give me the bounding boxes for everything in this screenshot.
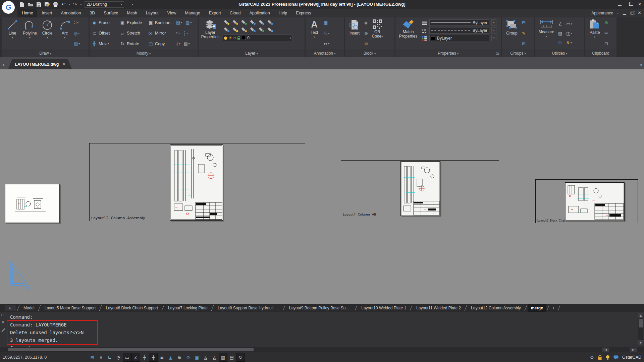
dimension-button[interactable]: ↔▾ <box>324 40 329 47</box>
otrack-toggle[interactable]: ╋ <box>149 353 158 362</box>
linetype-caret-icon[interactable]: ▾ <box>491 27 496 34</box>
layout-tab-layout10-welded-plate-1[interactable]: Layout10 Welded Plate 1 <box>358 304 410 312</box>
menu-tab-manage[interactable]: Manage <box>180 9 204 17</box>
properties-panel-label[interactable]: Properties ▾ ⇲ <box>395 50 501 57</box>
menu-tab-layout[interactable]: Layout <box>142 9 163 17</box>
bulb-icon[interactable] <box>606 355 610 360</box>
layer-tool-icon-2[interactable] <box>231 19 239 25</box>
drawing-canvas[interactable]: Layout12 Column Assembly <box>0 69 644 304</box>
annotation-panel-label[interactable]: Annotation ▾ <box>306 50 344 57</box>
line-button[interactable]: Line▾ <box>4 19 21 49</box>
annotation-monitor-toggle[interactable]: ◭ <box>166 353 175 362</box>
layer-tool-icon-12[interactable] <box>266 26 274 33</box>
layer-tool-icon-6[interactable] <box>266 19 274 25</box>
group-select-button[interactable]: ⊞ <box>522 40 526 47</box>
menu-tab-help[interactable]: Help <box>274 9 292 17</box>
copy-base-button[interactable]: ⊡ <box>604 40 608 47</box>
insert-button[interactable]: Insert <box>347 19 362 49</box>
document-tab-close-icon[interactable]: ✕ <box>62 62 66 67</box>
calculator-button[interactable]: ▤ <box>558 30 566 37</box>
layer-tool-icon-1[interactable] <box>223 19 230 25</box>
save-as-icon[interactable] <box>44 2 50 7</box>
ungroup-button[interactable]: ⊟ <box>522 19 526 26</box>
layer-tool-icon-4[interactable] <box>249 19 256 25</box>
menu-tab-express[interactable]: Express <box>291 9 315 17</box>
paste-button[interactable]: Paste▾ <box>587 19 602 49</box>
copy-mode-toggle[interactable]: ▣ <box>193 353 201 362</box>
utilities-panel-label[interactable]: Utilities ▾ <box>535 50 584 57</box>
fillet-button[interactable]: ◜▾ <box>176 30 180 37</box>
mirror-button[interactable]: ⋈Mirror <box>148 30 173 37</box>
command-close-icon[interactable]: × <box>1 319 5 325</box>
match-properties-button[interactable]: Match Properties <box>397 19 419 42</box>
attribute-define-button[interactable]: ◈ <box>364 19 368 26</box>
color-caret-icon[interactable]: ▾ <box>491 35 496 41</box>
close-button[interactable]: ✕ <box>637 3 642 6</box>
scroll-left-icon[interactable]: ◀ <box>602 348 609 352</box>
open-folder-icon[interactable] <box>28 2 33 7</box>
doc-restore-button[interactable] <box>630 10 634 16</box>
layout-tab-layout5-motor-base-support[interactable]: Layout5 Motor Base Support <box>41 304 99 312</box>
explode-button[interactable]: ▣Explode <box>120 19 145 26</box>
table-button[interactable]: ▦ <box>324 19 329 26</box>
annotation-visibility-toggle[interactable]: ◭ <box>210 353 219 362</box>
undo-icon[interactable]: ↶ <box>61 1 66 7</box>
attribute-edit-button[interactable]: ⊛ <box>364 40 368 47</box>
rotate-button[interactable]: ↻Rotate <box>120 40 145 47</box>
command-drag-handle-icon[interactable]: ∷ <box>1 313 4 317</box>
menu-tab-cloud[interactable]: Cloud <box>225 9 245 17</box>
viewport-layout4[interactable]: Layout4 Column AB <box>341 160 499 217</box>
layer-properties-button[interactable]: Layer Properties <box>201 19 220 41</box>
workspace-select[interactable]: 2D Drafting ▾ <box>85 1 124 8</box>
copy-nested-button[interactable]: ◫▾ <box>566 30 574 37</box>
quick-properties-toggle[interactable]: ▤ <box>227 353 236 362</box>
layer-tool-icon-7[interactable] <box>223 26 230 33</box>
boolean-button[interactable]: ◙Boolean <box>148 19 173 26</box>
command-hscrollbar[interactable]: ◀ ▶ <box>0 347 644 352</box>
menu-tab-application[interactable]: Application <box>245 9 274 17</box>
measure-button[interactable]: Measure▾ <box>537 19 555 49</box>
menu-tab-annotation[interactable]: Annotation <box>57 9 86 17</box>
command-window[interactable]: ∷ × Command:Command: LAYOUTMERGEDelete u… <box>0 312 644 347</box>
minimize-button[interactable] <box>617 2 622 7</box>
appearance-menu[interactable]: Appearance <box>591 11 613 15</box>
layout-tab-layout8-support-base-hydrauli-[interactable]: Layout8 Support Base Hydrauli. . . <box>214 304 282 312</box>
quick-zoom-toggle[interactable]: ⊙ <box>184 353 193 362</box>
modify-panel-label[interactable]: Modify ▾ <box>90 50 198 57</box>
quick-measure-button[interactable]: ↯▾ <box>566 39 574 46</box>
save-icon[interactable] <box>36 2 41 7</box>
menu-tab-mesh[interactable]: Mesh <box>122 9 142 17</box>
doc-close-button[interactable]: ✕ <box>638 11 641 15</box>
dynamic-ucs-toggle[interactable]: ▭ <box>123 353 131 362</box>
erase-button[interactable]: ◆Erase <box>92 19 116 26</box>
menu-tab-view[interactable]: View <box>163 9 181 17</box>
ortho-toggle[interactable]: ∟ <box>105 353 114 362</box>
clipboard-panel-label[interactable]: Clipboard <box>585 50 616 57</box>
command-edit-icon[interactable] <box>1 328 5 332</box>
settings-gear-icon[interactable]: ⚙ <box>590 355 594 360</box>
layout-tab-layout6-block-chain-support[interactable]: Layout6 Block Chain Support <box>102 304 161 312</box>
point-style-button[interactable]: ⊙ <box>558 39 566 46</box>
doc-minimize-button[interactable] <box>623 10 626 16</box>
redo-dropdown-icon[interactable]: ▾ <box>80 3 82 6</box>
groups-panel-label[interactable]: Groups ▾ <box>502 50 534 57</box>
redo-icon[interactable]: ↷ <box>73 1 77 7</box>
layer-panel-label[interactable]: Layer ▾ <box>199 50 305 57</box>
undo-dropdown-icon[interactable]: ▾ <box>69 3 70 6</box>
doc-tab-forward-icon[interactable]: ▸ <box>640 62 643 67</box>
cut-button[interactable]: ✂ <box>604 30 608 37</box>
circle-button[interactable]: Circle▾ <box>39 19 56 49</box>
lineweight-toggle[interactable]: ≡ <box>158 353 166 362</box>
layout-tab-layout11-welded-plate-2[interactable]: Layout11 Welded Plate 2 <box>413 304 464 312</box>
message-icon[interactable] <box>613 355 619 360</box>
linetype-select[interactable]: ByLayer <box>429 27 489 34</box>
attribute-sync-button[interactable]: ⊚ <box>364 30 368 37</box>
layer-tool-icon-8[interactable] <box>231 26 239 33</box>
layer-tool-icon-11[interactable] <box>258 26 265 33</box>
draw-panel-label[interactable]: Draw ▾ <box>2 50 89 57</box>
copy-button[interactable]: ◰Copy <box>148 40 173 47</box>
qat-customize-icon[interactable]: ▾ <box>132 3 133 6</box>
text-button[interactable]: A Text▾ <box>308 19 321 49</box>
isometric-toggle[interactable]: ∠ <box>131 353 140 362</box>
color-select[interactable]: ByLayer <box>429 35 489 41</box>
